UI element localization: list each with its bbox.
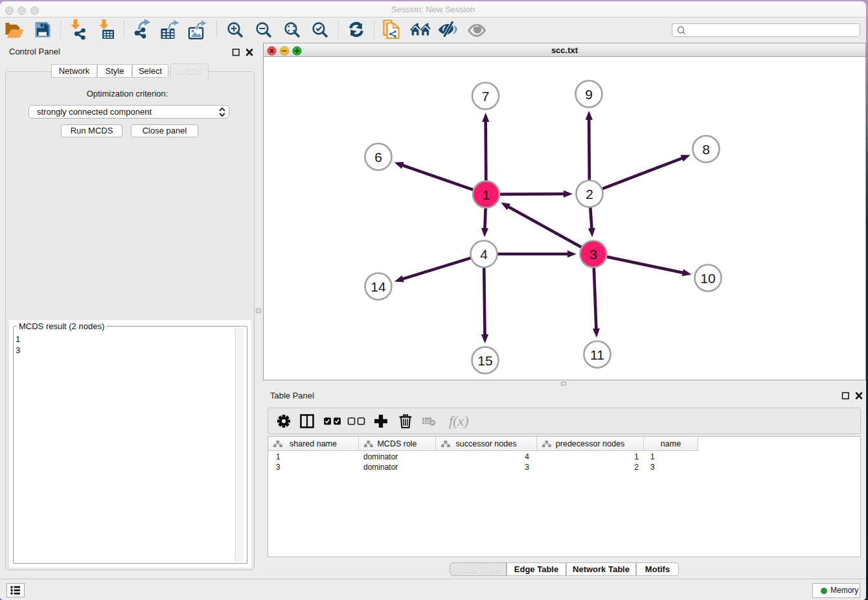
- svg-text:f(x): f(x): [449, 413, 469, 429]
- svg-text:11: 11: [590, 347, 604, 362]
- svg-text:7: 7: [482, 89, 490, 104]
- svg-text:9: 9: [585, 87, 593, 102]
- svg-text:15: 15: [477, 353, 492, 368]
- svg-text:14: 14: [371, 279, 386, 294]
- svg-text:3: 3: [589, 247, 597, 262]
- svg-text:4: 4: [480, 247, 488, 262]
- svg-text:1: 1: [483, 187, 490, 202]
- svg-text:6: 6: [374, 150, 382, 165]
- svg-text:8: 8: [702, 142, 710, 157]
- svg-text:2: 2: [586, 187, 593, 202]
- svg-text:10: 10: [700, 271, 715, 286]
